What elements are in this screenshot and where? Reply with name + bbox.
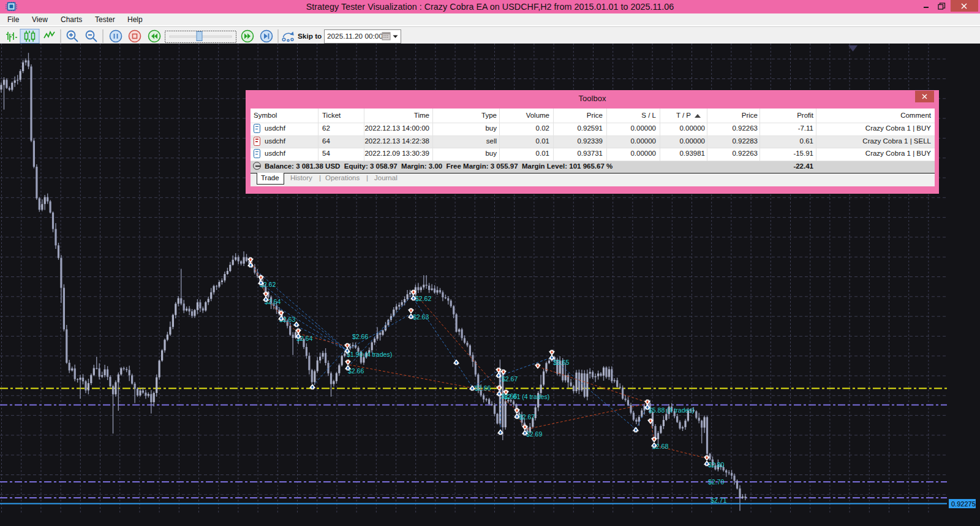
svg-text:$2.69: $2.69 (526, 430, 542, 438)
svg-text:$2.66: $2.66 (475, 384, 491, 392)
svg-text:$2.61 (4 trades): $2.61 (4 trades) (504, 393, 549, 400)
svg-text:$5.88 (4 trades): $5.88 (4 trades) (649, 406, 694, 414)
svg-text:$2.70: $2.70 (708, 478, 724, 486)
svg-text:$2.65: $2.65 (553, 359, 569, 366)
svg-text:$2.63: $2.63 (413, 313, 429, 321)
svg-text:2025.11.20 00:00: 2025.11.20 00:00 (327, 32, 383, 40)
svg-text:$2.67: $2.67 (502, 375, 518, 383)
svg-text:$2.66: $2.66 (352, 333, 368, 340)
svg-text:0.92275: 0.92275 (951, 500, 976, 508)
svg-text:$2.62: $2.62 (415, 295, 431, 302)
svg-text:$2.71: $2.71 (710, 497, 726, 504)
svg-text:$2.67: $2.67 (519, 413, 535, 421)
svg-text:$2.80: $2.80 (708, 461, 724, 468)
svg-text:$1.90 (4 trades): $1.90 (4 trades) (347, 351, 392, 358)
svg-text:Skip to: Skip to (298, 32, 322, 40)
